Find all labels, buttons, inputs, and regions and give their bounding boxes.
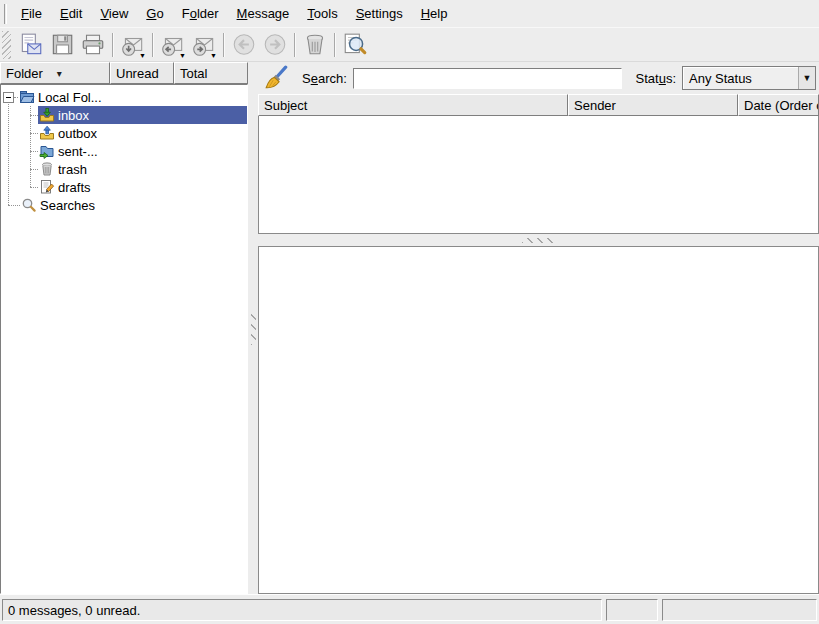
collapse-expander-icon[interactable] xyxy=(3,92,14,103)
menu-message[interactable]: Message xyxy=(228,1,299,26)
dropdown-caret-icon: ▼ xyxy=(179,52,186,59)
clear-search-button[interactable] xyxy=(262,64,292,92)
dropdown-caret-icon: ▼ xyxy=(210,52,217,59)
subject-column-header[interactable]: Subject xyxy=(258,94,568,116)
chevron-down-icon[interactable]: ▼ xyxy=(798,67,815,89)
toolbar-grip-handle[interactable] xyxy=(2,31,11,59)
status-empty-section xyxy=(662,599,817,621)
folder-list-header: Folder ▾ Unread Total xyxy=(0,62,248,84)
folder-row-inbox[interactable]: inbox xyxy=(1,106,247,124)
toolbar-separator xyxy=(294,33,295,57)
outbox-icon xyxy=(39,125,55,141)
trash-icon xyxy=(302,32,328,58)
open-folder-icon xyxy=(19,89,35,105)
dropdown-caret-icon: ▼ xyxy=(139,52,146,59)
save-button[interactable] xyxy=(46,29,77,60)
kmail-window: File Edit View Go Folder Message Tools S… xyxy=(0,0,819,624)
menu-view[interactable]: View xyxy=(91,1,137,26)
nav-back-icon xyxy=(231,32,257,58)
quick-search-bar: Search: Status: Any Status ▼ xyxy=(258,62,819,94)
print-button[interactable] xyxy=(77,29,108,60)
toolbar-separator xyxy=(223,33,224,57)
menu-tools[interactable]: Tools xyxy=(298,1,346,26)
forward-nav-button[interactable] xyxy=(259,29,290,60)
message-list: Subject Sender Date (Order of Arrival) xyxy=(258,94,819,234)
date-column-header[interactable]: Date (Order of Arrival) xyxy=(738,94,819,116)
status-message-section: 0 messages, 0 unread. xyxy=(2,599,602,621)
folder-row-searches[interactable]: Searches xyxy=(1,196,247,214)
message-panel: Search: Status: Any Status ▼ Subject Sen… xyxy=(258,62,819,594)
status-empty-section xyxy=(606,599,658,621)
forward-button[interactable]: ▼ xyxy=(188,29,219,60)
menu-go[interactable]: Go xyxy=(137,1,172,26)
find-messages-button[interactable] xyxy=(339,29,370,60)
message-list-header: Subject Sender Date (Order of Arrival) xyxy=(258,94,819,116)
toolbar-separator xyxy=(334,33,335,57)
folder-label: outbox xyxy=(58,126,97,141)
folder-label: Local Fol... xyxy=(38,90,102,105)
message-preview-pane[interactable] xyxy=(258,246,819,594)
menu-edit[interactable]: Edit xyxy=(51,1,91,26)
search-folder-icon xyxy=(21,197,37,213)
sort-arrow-icon: ▾ xyxy=(57,68,62,79)
menu-folder[interactable]: Folder xyxy=(173,1,228,26)
mail-compose-icon xyxy=(18,32,44,58)
trash-button[interactable] xyxy=(299,29,330,60)
menu-help[interactable]: Help xyxy=(412,1,457,26)
floppy-disk-icon xyxy=(49,32,75,58)
menu-file[interactable]: File xyxy=(12,1,51,26)
reply-button[interactable]: ▼ xyxy=(157,29,188,60)
printer-icon xyxy=(80,32,106,58)
folder-row-trash[interactable]: trash xyxy=(1,160,247,178)
status-message-text: 0 messages, 0 unread. xyxy=(8,603,140,618)
find-messages-icon xyxy=(342,32,368,58)
drafts-icon xyxy=(39,179,55,195)
main-area: Folder ▾ Unread Total xyxy=(0,62,819,594)
check-mail-button[interactable]: ▼ xyxy=(117,29,148,60)
vertical-splitter[interactable] xyxy=(248,62,258,594)
folder-row-sent-mail[interactable]: sent-... xyxy=(1,142,247,160)
status-label: Status: xyxy=(636,71,676,86)
sent-folder-icon xyxy=(39,143,55,159)
menu-bar: File Edit View Go Folder Message Tools S… xyxy=(0,0,819,28)
folder-label: Searches xyxy=(40,198,95,213)
trash-folder-icon xyxy=(39,161,55,177)
total-column-header[interactable]: Total xyxy=(174,62,248,84)
status-combobox[interactable]: Any Status ▼ xyxy=(682,66,816,90)
broom-clear-icon xyxy=(264,65,290,91)
toolbar-separator xyxy=(152,33,153,57)
back-button[interactable] xyxy=(228,29,259,60)
folder-tree: Local Fol... inbox xyxy=(0,84,248,594)
search-input[interactable] xyxy=(353,68,622,89)
folder-panel: Folder ▾ Unread Total xyxy=(0,62,248,594)
folder-label: drafts xyxy=(58,180,91,195)
message-list-body[interactable] xyxy=(258,116,819,234)
folder-label: sent-... xyxy=(58,144,98,159)
horizontal-splitter[interactable] xyxy=(258,234,819,246)
sender-column-header[interactable]: Sender xyxy=(568,94,738,116)
splitter-grip-icon xyxy=(251,311,256,345)
folder-row-outbox[interactable]: outbox xyxy=(1,124,247,142)
nav-forward-icon xyxy=(262,32,288,58)
folder-row-local-folders[interactable]: Local Fol... xyxy=(1,88,247,106)
folder-label: inbox xyxy=(58,108,89,123)
folder-label: trash xyxy=(58,162,87,177)
unread-column-header[interactable]: Unread xyxy=(110,62,174,84)
folder-row-drafts[interactable]: drafts xyxy=(1,178,247,196)
inbox-icon xyxy=(39,107,55,123)
status-bar: 0 messages, 0 unread. xyxy=(0,594,819,624)
folder-column-header[interactable]: Folder ▾ xyxy=(0,62,110,84)
main-toolbar: ▼ ▼ ▼ xyxy=(0,28,819,62)
menu-settings[interactable]: Settings xyxy=(347,1,412,26)
toolbar-separator xyxy=(112,33,113,57)
menubar-grip-handle[interactable] xyxy=(4,4,7,24)
splitter-grip-icon xyxy=(522,238,556,243)
new-message-button[interactable] xyxy=(15,29,46,60)
search-label: Search: xyxy=(302,71,347,86)
status-combobox-value: Any Status xyxy=(683,71,798,86)
